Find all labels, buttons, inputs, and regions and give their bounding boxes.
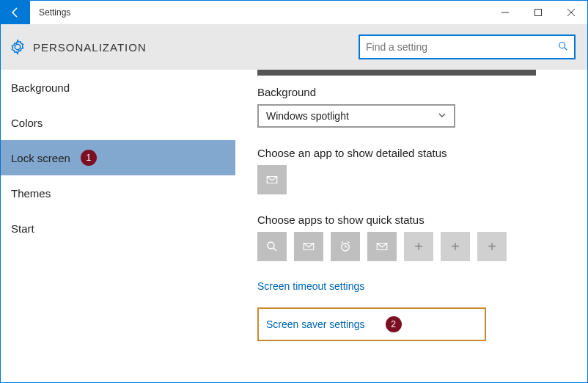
sidebar-item-label: Lock screen — [11, 152, 70, 164]
mail-icon — [265, 173, 279, 186]
screen-saver-link[interactable]: Screen saver settings — [266, 318, 365, 330]
sidebar-item-themes[interactable]: Themes — [1, 175, 235, 211]
quick-status-app-2[interactable] — [294, 232, 323, 261]
screen-timeout-link[interactable]: Screen timeout settings — [257, 280, 364, 292]
quick-status-app-4[interactable] — [367, 232, 397, 261]
alarm-icon — [339, 240, 352, 253]
svg-line-12 — [348, 241, 349, 243]
quick-status-add-slot-7[interactable]: + — [477, 232, 507, 261]
window-title: Settings — [30, 1, 79, 24]
search-box[interactable] — [359, 34, 576, 59]
sidebar-item-label: Themes — [11, 187, 51, 200]
svg-line-7 — [273, 248, 276, 251]
title-bar: Settings — [1, 1, 587, 24]
svg-line-5 — [565, 47, 567, 50]
content-pane: Background Windows spotlight Choose an a… — [235, 70, 587, 382]
svg-point-4 — [559, 42, 565, 48]
quick-status-add-slot-6[interactable]: + — [441, 232, 470, 261]
background-dropdown[interactable]: Windows spotlight — [257, 104, 455, 128]
plus-icon: + — [414, 238, 423, 255]
sidebar: Background Colors Lock screen 1 Themes S… — [1, 70, 235, 382]
section-title: PERSONALIZATION — [33, 41, 147, 54]
mail-icon — [375, 240, 389, 253]
sidebar-item-label: Background — [11, 81, 70, 94]
sidebar-item-label: Start — [11, 222, 34, 235]
annotation-badge-2: 2 — [386, 316, 402, 332]
dropdown-value: Windows spotlight — [266, 110, 349, 122]
lockscreen-preview — [257, 70, 536, 76]
sidebar-item-start[interactable]: Start — [1, 211, 235, 246]
plus-icon: + — [488, 238, 496, 255]
svg-rect-1 — [534, 10, 541, 16]
plus-icon: + — [451, 238, 460, 255]
label-background: Background — [257, 86, 573, 98]
gear-icon — [10, 39, 26, 55]
label-quick-status: Choose apps to show quick status — [257, 214, 573, 226]
maximize-button[interactable] — [521, 1, 554, 24]
chevron-down-icon — [438, 111, 446, 122]
search-icon — [558, 41, 568, 54]
quick-status-app-1[interactable] — [257, 232, 287, 261]
sidebar-item-colors[interactable]: Colors — [1, 105, 235, 140]
sidebar-item-lock-screen[interactable]: Lock screen 1 — [1, 140, 235, 175]
detailed-status-app-mail[interactable] — [257, 165, 287, 194]
svg-point-6 — [268, 242, 274, 249]
sidebar-item-background[interactable]: Background — [1, 70, 235, 105]
search-input[interactable] — [366, 41, 558, 53]
sidebar-item-label: Colors — [11, 117, 43, 129]
mail-icon — [302, 240, 315, 253]
highlight-screensaver: Screen saver settings 2 — [257, 307, 486, 341]
quick-status-add-slot-5[interactable]: + — [404, 232, 433, 261]
annotation-badge-1: 1 — [81, 150, 97, 166]
quick-status-app-3[interactable] — [331, 232, 360, 261]
back-button[interactable] — [1, 1, 30, 24]
label-detailed-status: Choose an app to show detailed status — [257, 147, 573, 159]
header-band: PERSONALIZATION — [1, 24, 587, 70]
search-icon — [265, 240, 279, 253]
svg-line-11 — [342, 241, 343, 243]
close-button[interactable] — [554, 1, 587, 24]
minimize-button[interactable] — [488, 1, 521, 24]
